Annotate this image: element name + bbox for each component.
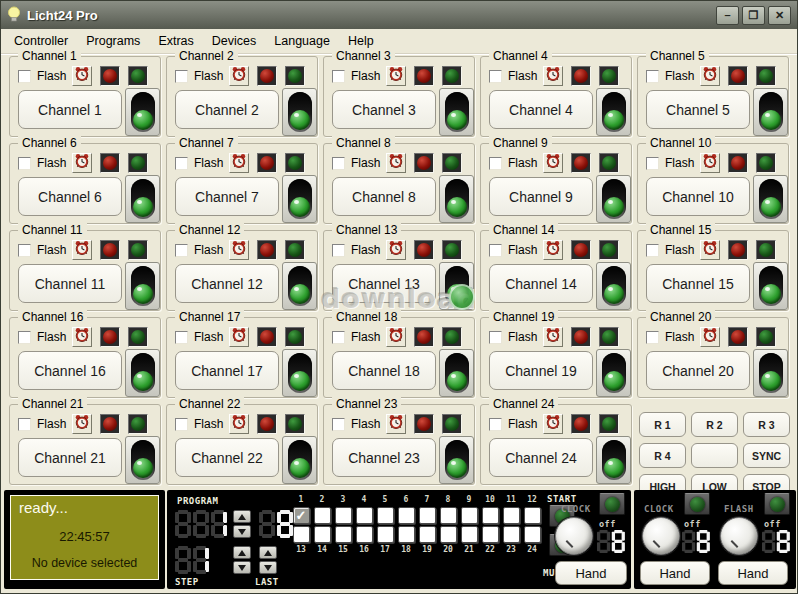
step-checkbox[interactable] <box>293 526 310 543</box>
timer-button[interactable] <box>72 414 92 434</box>
step-checkbox[interactable] <box>356 507 373 524</box>
step-checkbox[interactable] <box>440 507 457 524</box>
channel-switch[interactable] <box>282 436 317 484</box>
channel-button[interactable]: Channel 3 <box>332 90 436 129</box>
flash-checkbox[interactable] <box>489 331 502 344</box>
timer-button[interactable] <box>700 66 720 86</box>
timer-button[interactable] <box>229 66 249 86</box>
channel-switch[interactable] <box>596 436 631 484</box>
timer-button[interactable] <box>386 153 406 173</box>
step-checkbox[interactable] <box>419 507 436 524</box>
menu-extras[interactable]: Extras <box>149 32 202 50</box>
timer-button[interactable] <box>700 327 720 347</box>
step-checkbox[interactable] <box>419 526 436 543</box>
step-spin-up-button[interactable] <box>233 546 251 559</box>
timer-button[interactable] <box>543 414 563 434</box>
channel-switch[interactable] <box>753 88 788 136</box>
channel-button[interactable]: Channel 10 <box>646 177 750 216</box>
step-checkbox[interactable] <box>503 507 520 524</box>
timer-button[interactable] <box>543 153 563 173</box>
timer-button[interactable] <box>386 66 406 86</box>
timer-button[interactable] <box>72 66 92 86</box>
flash-checkbox[interactable] <box>18 244 31 257</box>
flash-checkbox[interactable] <box>489 70 502 83</box>
step-checkbox[interactable] <box>524 507 541 524</box>
step-checkbox[interactable] <box>335 507 352 524</box>
channel-switch[interactable] <box>753 262 788 310</box>
channel-switch[interactable] <box>282 349 317 397</box>
flash-checkbox[interactable] <box>175 418 188 431</box>
flash-checkbox[interactable] <box>175 244 188 257</box>
last-spin-down-button[interactable] <box>259 561 277 574</box>
step-checkbox[interactable] <box>377 507 394 524</box>
preset-button-r4[interactable]: R 4 <box>639 443 686 468</box>
channel-button[interactable]: Channel 19 <box>489 351 593 390</box>
timer-button[interactable] <box>386 414 406 434</box>
program-spin-down-button[interactable] <box>233 525 251 538</box>
step-checkbox[interactable] <box>461 507 478 524</box>
step-checkbox[interactable] <box>461 526 478 543</box>
flash-checkbox[interactable] <box>175 331 188 344</box>
channel-switch[interactable] <box>596 262 631 310</box>
channel-switch[interactable] <box>125 436 160 484</box>
clock-knob[interactable] <box>555 517 593 555</box>
maximize-button[interactable]: ❐ <box>742 6 765 25</box>
step-spin-down-button[interactable] <box>233 561 251 574</box>
channel-button[interactable]: Channel 7 <box>175 177 279 216</box>
flash-checkbox[interactable] <box>646 157 659 170</box>
channel-switch[interactable] <box>125 175 160 223</box>
channel-switch[interactable] <box>282 175 317 223</box>
flash-checkbox[interactable] <box>175 70 188 83</box>
step-checkbox[interactable] <box>314 507 331 524</box>
last-spin-up-button[interactable] <box>259 546 277 559</box>
channel-button[interactable]: Channel 1 <box>18 90 122 129</box>
timer-button[interactable] <box>229 327 249 347</box>
menu-devices[interactable]: Devices <box>203 32 265 50</box>
flash-checkbox[interactable] <box>332 157 345 170</box>
manual-clock-knob[interactable] <box>642 517 680 555</box>
preset-button-r2[interactable]: R 2 <box>691 412 738 437</box>
channel-switch[interactable] <box>282 88 317 136</box>
timer-button[interactable] <box>700 153 720 173</box>
channel-switch[interactable] <box>596 175 631 223</box>
channel-button[interactable]: Channel 21 <box>18 438 122 477</box>
channel-button[interactable]: Channel 17 <box>175 351 279 390</box>
flash-checkbox[interactable] <box>175 157 188 170</box>
flash-checkbox[interactable] <box>18 418 31 431</box>
flash-checkbox[interactable] <box>646 244 659 257</box>
menu-help[interactable]: Help <box>339 32 383 50</box>
flash-checkbox[interactable] <box>646 331 659 344</box>
manual-clock-hand-button[interactable]: Hand <box>640 561 710 585</box>
channel-button[interactable]: Channel 8 <box>332 177 436 216</box>
step-checkbox[interactable] <box>377 526 394 543</box>
preset-button-sync[interactable]: SYNC <box>743 443 790 468</box>
flash-checkbox[interactable] <box>18 157 31 170</box>
channel-button[interactable]: Channel 12 <box>175 264 279 303</box>
step-checkbox[interactable] <box>482 526 499 543</box>
timer-button[interactable] <box>229 153 249 173</box>
timer-button[interactable] <box>72 327 92 347</box>
channel-button[interactable]: Channel 15 <box>646 264 750 303</box>
step-checkbox[interactable] <box>503 526 520 543</box>
channel-button[interactable]: Channel 5 <box>646 90 750 129</box>
channel-button[interactable]: Channel 16 <box>18 351 122 390</box>
timer-button[interactable] <box>72 240 92 260</box>
menu-programs[interactable]: Programs <box>77 32 149 50</box>
flash-checkbox[interactable] <box>332 418 345 431</box>
channel-button[interactable]: Channel 13 <box>332 264 436 303</box>
channel-button[interactable]: Channel 23 <box>332 438 436 477</box>
channel-button[interactable]: Channel 4 <box>489 90 593 129</box>
flash-checkbox[interactable] <box>18 331 31 344</box>
channel-switch[interactable] <box>125 262 160 310</box>
menu-controller[interactable]: Controller <box>5 32 77 50</box>
channel-switch[interactable] <box>753 175 788 223</box>
channel-button[interactable]: Channel 20 <box>646 351 750 390</box>
preset-button-r3[interactable]: R 3 <box>743 412 790 437</box>
flash-checkbox[interactable] <box>489 244 502 257</box>
step-checkbox[interactable] <box>335 526 352 543</box>
close-button[interactable]: ✕ <box>768 6 791 25</box>
timer-button[interactable] <box>700 240 720 260</box>
minimize-button[interactable]: – <box>716 6 739 25</box>
channel-button[interactable]: Channel 22 <box>175 438 279 477</box>
channel-switch[interactable] <box>439 349 474 397</box>
